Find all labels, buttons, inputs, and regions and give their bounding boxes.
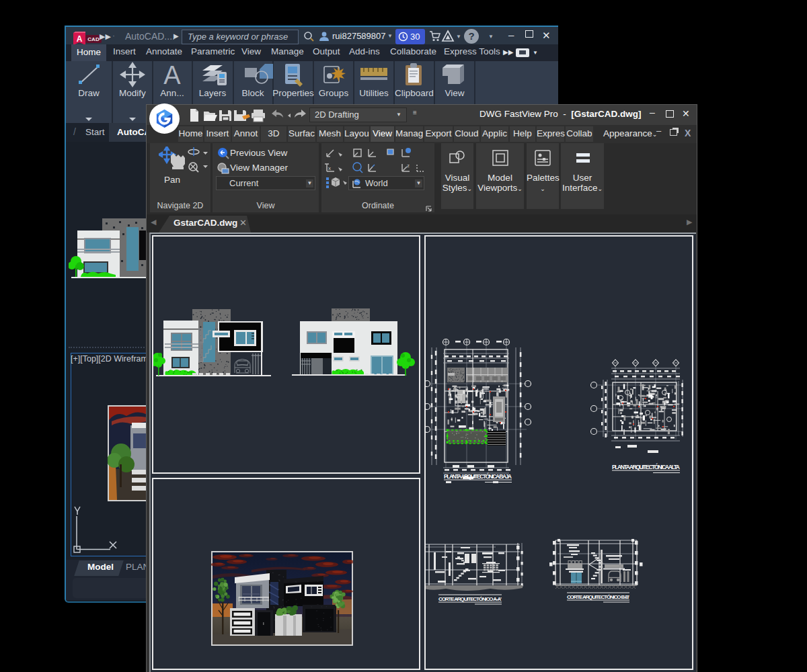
- svg-text:PLANTA ARQUITECTÓNICA ALTA: PLANTA ARQUITECTÓNICA ALTA: [612, 463, 680, 470]
- svg-text:CORTE ARQUITECTÓNICO A-A': CORTE ARQUITECTÓNICO A-A': [438, 596, 502, 602]
- svg-text:CORTE ARQUITECTÓNICO B-B': CORTE ARQUITECTÓNICO B-B': [567, 594, 629, 600]
- svg-text:Ann...: Ann...: [160, 88, 184, 98]
- svg-text:Block: Block: [241, 88, 264, 98]
- svg-text:Clipboard: Clipboard: [395, 88, 434, 98]
- svg-text:CAD: CAD: [87, 36, 100, 42]
- svg-text:PLANTA ARQUITECTÓNICA BAJA: PLANTA ARQUITECTÓNICA BAJA: [444, 472, 512, 480]
- svg-text:Groups: Groups: [319, 88, 349, 98]
- svg-text:A: A: [163, 61, 181, 89]
- svg-text:Draw: Draw: [78, 88, 100, 98]
- svg-text:Modify: Modify: [119, 88, 146, 98]
- svg-text:Properties: Properties: [272, 88, 314, 98]
- svg-text:z: z: [407, 163, 410, 169]
- svg-text:View: View: [445, 88, 464, 98]
- svg-text:x: x: [328, 165, 331, 171]
- svg-text:Layers: Layers: [199, 88, 227, 98]
- svg-text:Utilities: Utilities: [359, 88, 389, 98]
- svg-text:A: A: [77, 34, 83, 44]
